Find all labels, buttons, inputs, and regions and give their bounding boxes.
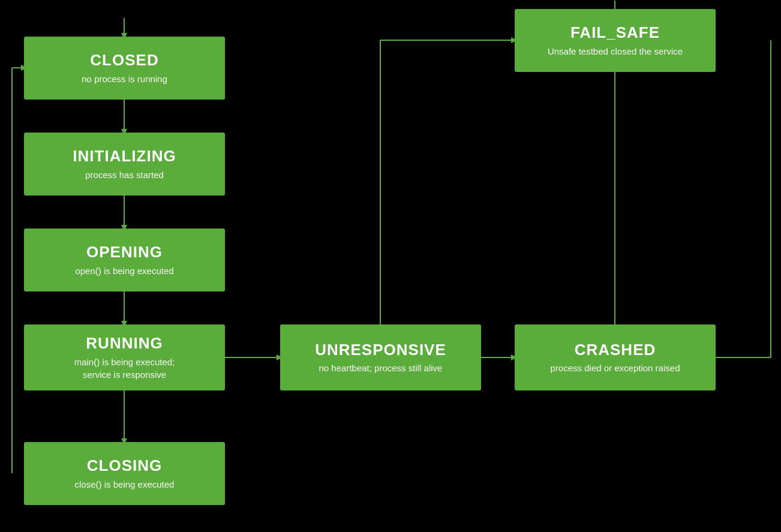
initializing-title: INITIALIZING [73,147,176,166]
crashed-state: CRASHED process died or exception raised [515,324,716,390]
running-title: RUNNING [86,334,163,353]
closing-state: CLOSING close() is being executed [24,442,225,505]
closing-desc: close() is being executed [75,478,175,491]
opening-desc: open() is being executed [75,265,173,277]
fail-safe-state: FAIL_SAFE Unsafe testbed closed the serv… [515,9,716,72]
unresponsive-state: UNRESPONSIVE no heartbeat; process still… [280,324,481,390]
closed-desc: no process is running [82,73,167,85]
running-state: RUNNING main() is being executed; servic… [24,324,225,390]
initializing-desc: process has started [85,169,164,181]
closing-title: CLOSING [87,456,162,475]
unresponsive-title: UNRESPONSIVE [315,341,446,359]
running-desc: main() is being executed; service is res… [74,356,175,381]
opening-title: OPENING [86,243,163,262]
closed-state: CLOSED no process is running [24,37,225,100]
opening-state: OPENING open() is being executed [24,229,225,291]
crashed-title: CRASHED [575,341,656,359]
unresponsive-desc: no heartbeat; process still alive [319,362,443,374]
closed-title: CLOSED [90,51,158,70]
initializing-state: INITIALIZING process has started [24,133,225,196]
crashed-desc: process died or exception raised [551,362,680,374]
fail-safe-desc: Unsafe testbed closed the service [548,45,683,58]
fail-safe-title: FAIL_SAFE [570,23,660,42]
